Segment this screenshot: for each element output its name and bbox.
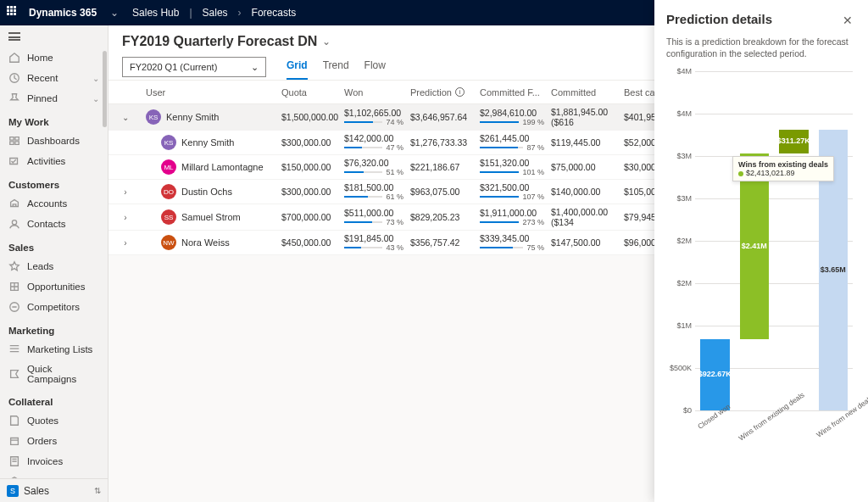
nav-item-contacts[interactable]: Contacts	[0, 214, 108, 234]
chart-bar-total-prediction[interactable]: $3.65M	[814, 71, 854, 410]
committed-cell: $1,881,945.00 ($616	[548, 107, 620, 127]
won-cell: $142,000.0047 %	[341, 133, 407, 152]
clock-icon	[8, 72, 20, 84]
nav-group-title: Collateral	[0, 388, 108, 410]
quota-cell: $300,000.00	[278, 137, 341, 148]
expand-row-icon[interactable]: ›	[108, 238, 142, 248]
chart-tooltip: Wins from existing deals $2,413,021.89	[732, 156, 834, 181]
prediction-cell[interactable]: $1,276,733.33	[407, 137, 476, 148]
nav-group-title: Marketing	[0, 317, 108, 339]
nav-item-activities[interactable]: Activities	[0, 151, 108, 171]
dash-icon	[8, 135, 20, 147]
won-cell: $76,320.0051 %	[341, 158, 407, 176]
check-icon	[8, 155, 20, 167]
tab-grid[interactable]: Grid	[287, 54, 308, 80]
breadcrumb-separator: |	[189, 7, 192, 19]
lead-icon	[8, 260, 20, 272]
opp-icon	[8, 281, 20, 293]
area-switcher[interactable]: S Sales ⇅	[0, 478, 108, 502]
column-header[interactable]: Predictioni	[407, 87, 476, 98]
chevron-down-icon: ⌄	[92, 74, 99, 83]
quota-cell: $450,000.00	[278, 237, 341, 248]
nav-item-home[interactable]: Home	[0, 47, 108, 68]
y-axis-tick: $4M	[666, 109, 692, 118]
column-header[interactable]: Won	[341, 87, 407, 98]
nav-item-opportunities[interactable]: Opportunities	[0, 276, 108, 297]
y-axis-tick: $0	[666, 406, 692, 415]
nav-item-competitors[interactable]: Competitors	[0, 297, 108, 317]
app-launcher-icon[interactable]	[7, 6, 20, 20]
avatar: KS	[161, 135, 176, 150]
prediction-cell[interactable]: $221,186.67	[407, 162, 476, 172]
info-icon: i	[455, 87, 465, 97]
committed-cell: $147,500.00	[548, 237, 620, 248]
avatar: SS	[161, 209, 176, 225]
nav-item-quick-campaigns[interactable]: Quick Campaigns	[0, 360, 108, 388]
close-icon[interactable]: ✕	[839, 12, 856, 29]
nav-group-title: My Work	[0, 109, 108, 131]
nav-item-orders[interactable]: Orders	[0, 431, 108, 451]
avatar: NW	[161, 235, 176, 250]
user-name: Kenny Smith	[181, 137, 234, 148]
nav-item-dashboards[interactable]: Dashboards	[0, 131, 108, 151]
nav-item-recent[interactable]: Recent ⌄	[0, 68, 108, 88]
nav-item-marketing-lists[interactable]: Marketing Lists	[0, 339, 108, 360]
chart-bar-wins-from-existing-deals[interactable]: $2.41M	[735, 71, 775, 410]
user-name: Samuel Strom	[181, 212, 241, 222]
column-header[interactable]: Committed F...	[476, 87, 548, 98]
prediction-cell[interactable]: $3,646,957.64	[407, 112, 476, 122]
qc-icon	[8, 368, 20, 380]
pin-icon	[8, 92, 20, 104]
nav-item-invoices[interactable]: Invoices	[0, 451, 108, 471]
expand-row-icon[interactable]: ›	[108, 213, 142, 222]
tab-flow[interactable]: Flow	[364, 54, 386, 80]
y-axis-tick: $3M	[666, 152, 692, 160]
nav-item-accounts[interactable]: Accounts	[0, 193, 108, 214]
nav-item-quotes[interactable]: Quotes	[0, 410, 108, 431]
quota-cell: $300,000.00	[278, 187, 341, 197]
chevron-down-icon[interactable]: ⌄	[322, 36, 331, 47]
tab-trend[interactable]: Trend	[323, 54, 349, 80]
prediction-cell[interactable]: $829,205.23	[407, 212, 476, 222]
chevron-down-icon[interactable]: ⌄	[110, 7, 119, 19]
app-name[interactable]: Sales Hub	[132, 7, 179, 19]
nav-group-title: Sales	[0, 234, 108, 256]
quota-cell: $700,000.00	[278, 212, 341, 222]
column-header[interactable]: User	[142, 87, 278, 98]
won-cell: $1,102,665.0074 %	[341, 108, 407, 126]
user-name: Nora Weiss	[181, 237, 230, 248]
expand-row-icon[interactable]: ›	[108, 187, 142, 197]
y-axis-tick: $500K	[666, 364, 692, 372]
nav-item-pinned[interactable]: Pinned ⌄	[0, 88, 108, 109]
quote-icon	[8, 415, 20, 427]
hamburger-button[interactable]	[0, 25, 108, 47]
committed-forecast-cell: $2,984,610.00199 %	[476, 108, 548, 126]
area-label: Sales	[24, 485, 49, 497]
comp-icon	[8, 301, 20, 313]
chart-bar-wins-from-new-deals[interactable]: $311.27K	[774, 71, 814, 410]
user-name: Dustin Ochs	[181, 187, 232, 197]
site-nav: Home Recent ⌄ Pinned ⌄ My Work Dashboard…	[0, 25, 108, 502]
period-select[interactable]: FY2020 Q1 (Current) ⌄	[122, 57, 266, 77]
won-cell: $181,500.0061 %	[341, 182, 407, 201]
area-icon: S	[7, 485, 19, 497]
page-title: FY2019 Quarterly Forecast DN	[122, 34, 317, 49]
chart-bar-closed-won[interactable]: $922.67K	[695, 71, 735, 410]
avatar: ML	[161, 159, 176, 175]
column-header[interactable]: Committed	[548, 87, 620, 98]
breadcrumb[interactable]: Forecasts	[252, 7, 297, 19]
breadcrumb[interactable]: Sales	[203, 7, 228, 19]
y-axis-tick: $2M	[666, 279, 692, 287]
prediction-cell[interactable]: $963,075.00	[407, 187, 476, 197]
nav-group-title: Customers	[0, 171, 108, 193]
committed-forecast-cell: $151,320.00101 %	[476, 158, 548, 176]
acct-icon	[8, 198, 20, 209]
nav-item-leads[interactable]: Leads	[0, 256, 108, 276]
prediction-cell[interactable]: $356,757.42	[407, 237, 476, 248]
order-icon	[8, 435, 20, 447]
expand-row-icon[interactable]: ⌄	[108, 113, 142, 122]
column-header[interactable]: Quota	[278, 87, 341, 98]
scrollbar[interactable]	[103, 51, 107, 127]
updown-icon: ⇅	[94, 486, 101, 495]
committed-cell: $140,000.00	[548, 187, 620, 197]
